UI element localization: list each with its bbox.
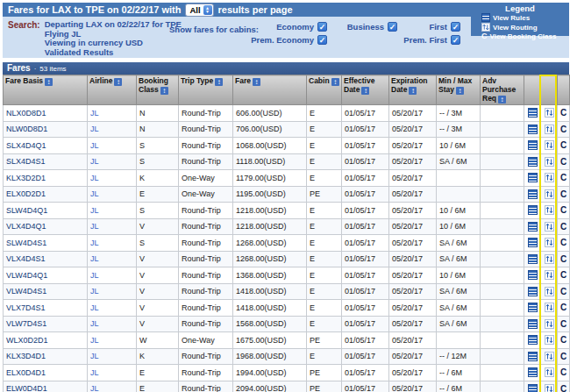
view-booking-class-icon[interactable]: C [560, 352, 566, 361]
view-routing-icon[interactable] [545, 173, 554, 182]
view-booking-class-icon[interactable]: C [560, 287, 566, 296]
view-booking-class-icon[interactable]: C [560, 238, 566, 247]
sort-icon[interactable] [409, 87, 417, 95]
view-booking-class-icon[interactable]: C [560, 222, 566, 232]
sort-icon[interactable] [160, 87, 168, 95]
view-routing-icon[interactable] [545, 254, 554, 264]
cell-fare: 606.00(USD) [233, 105, 307, 122]
view-rules-icon[interactable] [528, 189, 538, 199]
view-routing-icon[interactable] [545, 140, 554, 150]
cabin-filter-label: Prem. First [403, 35, 447, 45]
col-header-cabin[interactable]: Cabin [307, 75, 342, 105]
table-row: NLW0D8D1JLNRound-Trip706.00(USD)E01/05/1… [4, 121, 570, 138]
view-booking-class-icon[interactable]: C [560, 108, 566, 118]
sort-icon[interactable] [253, 78, 260, 86]
cell-view-rules [524, 348, 541, 365]
business-checkbox[interactable] [388, 22, 397, 32]
first-checkbox[interactable] [451, 22, 460, 32]
view-booking-class-icon[interactable]: C [560, 189, 566, 199]
view-rules-icon[interactable] [528, 205, 538, 215]
prem-economy-checkbox[interactable] [317, 35, 327, 45]
table-row: ELW0D4D1JLERound-Trip2094.00(USD)PE01/05… [4, 381, 570, 392]
sort-icon[interactable] [45, 78, 53, 86]
view-rules-icon[interactable] [528, 140, 538, 150]
cell-view-routing [541, 300, 558, 317]
view-rules-icon[interactable] [528, 303, 538, 312]
cell-trip-type: Round-Trip [179, 105, 233, 122]
sort-icon[interactable] [456, 87, 464, 95]
view-routing-icon[interactable] [545, 108, 554, 118]
view-rules-icon[interactable] [528, 254, 538, 264]
cell-expiration: 05/20/17 [389, 218, 437, 235]
col-header-effective-date[interactable]: Effective Date [342, 75, 389, 105]
cell-cabin: PE [307, 365, 342, 381]
view-rules-icon[interactable] [528, 287, 538, 296]
view-rules-icon[interactable] [528, 319, 538, 329]
view-booking-class-icon[interactable]: C [560, 367, 566, 377]
sort-icon[interactable] [215, 78, 223, 86]
view-routing-icon[interactable] [545, 303, 554, 312]
view-routing-icon[interactable] [545, 205, 554, 215]
sort-icon[interactable] [331, 78, 339, 86]
cell-trip-type: Round-Trip [179, 365, 233, 381]
results-per-page-select[interactable]: All ▲▼ [185, 4, 213, 17]
sort-icon[interactable] [114, 78, 122, 86]
view-booking-class-icon[interactable]: C [560, 384, 566, 392]
view-routing-icon[interactable] [545, 238, 554, 247]
view-booking-class-icon[interactable]: C [560, 173, 566, 182]
cell-view-booking-class: C [558, 267, 570, 284]
view-routing-icon[interactable] [545, 367, 554, 377]
cell-cabin: E [307, 316, 342, 332]
col-header-airline[interactable]: Airline [88, 75, 137, 105]
view-routing-icon[interactable] [545, 189, 554, 199]
col-header-adv-purchase-req[interactable]: Adv Purchase Req [481, 75, 524, 105]
view-routing-icon[interactable] [545, 157, 554, 167]
view-routing-icon[interactable] [545, 352, 554, 361]
view-routing-icon[interactable] [545, 384, 554, 392]
fares-table-wrap: Fare Basis Airline Booking Class Trip Ty… [3, 75, 569, 392]
view-rules-icon[interactable] [528, 270, 538, 280]
view-rules-icon[interactable] [528, 173, 538, 182]
cell-stay: SA / 6M [437, 153, 481, 170]
cell-stay [437, 186, 481, 203]
view-booking-class-icon[interactable]: C [560, 270, 566, 280]
sort-icon[interactable] [361, 87, 369, 95]
cell-adv [481, 300, 524, 317]
view-booking-class-icon[interactable]: C [560, 303, 566, 312]
view-rules-icon[interactable] [528, 335, 538, 345]
view-routing-icon[interactable] [545, 287, 554, 296]
view-rules-icon[interactable] [528, 367, 538, 377]
col-header-min-max-stay[interactable]: Min / Max Stay [437, 75, 481, 105]
view-booking-class-icon[interactable]: C [560, 254, 566, 264]
col-header-trip-type[interactable]: Trip Type [179, 75, 233, 105]
view-booking-class-icon[interactable]: C [560, 205, 566, 215]
view-rules-icon[interactable] [528, 384, 538, 392]
view-booking-class-icon[interactable]: C [560, 140, 566, 150]
view-booking-class-icon[interactable]: C [560, 335, 566, 345]
view-rules-icon[interactable] [528, 352, 538, 361]
economy-checkbox[interactable] [317, 22, 327, 32]
sort-icon[interactable] [498, 96, 506, 103]
view-booking-class-icon[interactable]: C [560, 319, 566, 329]
view-rules-icon[interactable] [528, 108, 538, 118]
view-booking-class-icon[interactable]: C [560, 125, 566, 134]
cell-view-rules [524, 283, 541, 300]
view-routing-icon[interactable] [545, 125, 554, 134]
view-rules-icon[interactable] [528, 157, 538, 167]
col-header-fare[interactable]: Fare [233, 75, 307, 105]
col-header-fare-basis[interactable]: Fare Basis [4, 75, 88, 105]
col-header-expiration-date[interactable]: Expiration Date [389, 75, 437, 105]
view-rules-icon[interactable] [528, 222, 538, 232]
view-routing-icon[interactable] [545, 319, 554, 329]
cell-effective: 01/05/17 [342, 381, 389, 392]
prem-first-checkbox[interactable] [451, 35, 460, 45]
view-routing-icon[interactable] [545, 270, 554, 280]
col-header-booking-class[interactable]: Booking Class [137, 75, 179, 105]
cell-fare-basis: VLX7D4S1 [4, 300, 88, 317]
cell-booking-class: V [137, 300, 179, 317]
view-routing-icon[interactable] [545, 222, 554, 232]
view-rules-icon[interactable] [528, 125, 538, 134]
view-booking-class-icon[interactable]: C [560, 157, 566, 167]
view-routing-icon[interactable] [545, 335, 554, 345]
view-rules-icon[interactable] [528, 238, 538, 247]
